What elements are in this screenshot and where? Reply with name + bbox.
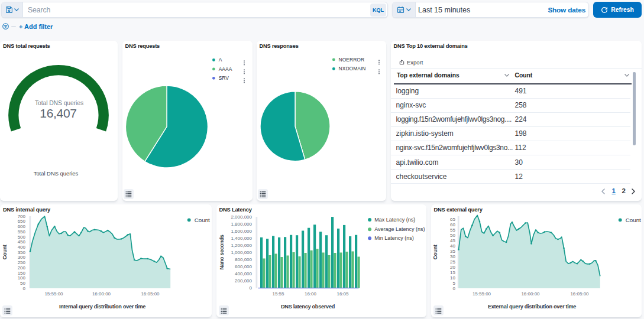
svg-text:Internal query distribution ov: Internal query distribution over time — [59, 304, 145, 310]
svg-text:External query distribution ov: External query distribution over time — [487, 304, 575, 310]
svg-text:Count: Count — [432, 245, 438, 259]
svg-text:15:55:00: 15:55:00 — [44, 291, 63, 297]
svg-text:16:00:00: 16:00:00 — [521, 291, 540, 297]
svg-text:30: 30 — [450, 254, 455, 259]
svg-text:250: 250 — [18, 260, 26, 265]
svg-text:100: 100 — [18, 275, 26, 281]
svg-text:Count: Count — [625, 217, 640, 223]
svg-text:A: A — [218, 57, 222, 63]
svg-text:150: 150 — [18, 271, 26, 276]
svg-text:SRV: SRV — [218, 75, 229, 81]
svg-text:650: 650 — [18, 219, 26, 224]
svg-text:400,000: 400,000 — [235, 271, 252, 276]
svg-text:20: 20 — [450, 265, 455, 270]
svg-text:1,400,000: 1,400,000 — [231, 236, 252, 241]
svg-text:16:05:00: 16:05:00 — [141, 291, 160, 297]
svg-text:2,000,000: 2,000,000 — [231, 214, 252, 220]
svg-text:65: 65 — [450, 217, 455, 222]
svg-text:300: 300 — [18, 255, 26, 260]
svg-text:0: 0 — [249, 285, 252, 291]
svg-text:Count: Count — [195, 217, 210, 223]
svg-text:Max Latency (ns): Max Latency (ns) — [374, 217, 415, 223]
svg-text:DNS latency observed: DNS latency observed — [280, 304, 334, 310]
svg-text:1,800,000: 1,800,000 — [231, 222, 252, 227]
svg-text:0: 0 — [452, 286, 455, 291]
svg-text:0: 0 — [23, 286, 26, 291]
svg-text:Average Latency (ns): Average Latency (ns) — [374, 226, 425, 232]
svg-text:AAAA: AAAA — [218, 66, 232, 72]
svg-text:16:05: 16:05 — [336, 291, 349, 297]
svg-text:50: 50 — [20, 281, 25, 286]
svg-text:15:55:00: 15:55:00 — [472, 291, 491, 297]
svg-text:1,000,000: 1,000,000 — [231, 250, 252, 255]
svg-text:200,000: 200,000 — [235, 278, 252, 284]
svg-text:700: 700 — [18, 214, 26, 219]
svg-text:10: 10 — [450, 275, 455, 281]
svg-text:Nano seconds: Nano seconds — [219, 235, 225, 269]
svg-text:500: 500 — [18, 235, 26, 240]
svg-text:40: 40 — [450, 243, 455, 249]
svg-text:15:55: 15:55 — [272, 291, 284, 297]
svg-text:800,000: 800,000 — [235, 257, 252, 262]
svg-text:450: 450 — [18, 239, 26, 245]
svg-text:16,407: 16,407 — [40, 106, 76, 120]
svg-text:NOERROR: NOERROR — [338, 57, 364, 63]
svg-text:16:05:00: 16:05:00 — [570, 291, 589, 297]
svg-text:Count: Count — [2, 245, 8, 259]
svg-text:Total DNS queries: Total DNS queries — [35, 100, 83, 106]
svg-text:55: 55 — [450, 227, 455, 233]
svg-text:200: 200 — [18, 265, 26, 271]
svg-text:400: 400 — [18, 245, 26, 250]
svg-text:16:00:00: 16:00:00 — [92, 291, 111, 297]
svg-text:550: 550 — [18, 229, 26, 235]
svg-text:1,200,000: 1,200,000 — [231, 243, 252, 248]
svg-text:600,000: 600,000 — [235, 264, 252, 269]
svg-text:600: 600 — [18, 224, 26, 229]
svg-text:1,600,000: 1,600,000 — [231, 229, 252, 234]
svg-text:15: 15 — [450, 270, 455, 275]
svg-text:60: 60 — [450, 222, 455, 227]
svg-text:50: 50 — [450, 233, 455, 238]
svg-text:350: 350 — [18, 250, 26, 255]
svg-text:16:00: 16:00 — [304, 291, 316, 297]
svg-text:25: 25 — [450, 259, 455, 265]
svg-text:Min Latency (ns): Min Latency (ns) — [374, 235, 414, 241]
svg-text:35: 35 — [450, 249, 455, 254]
svg-text:NXDOMAIN: NXDOMAIN — [338, 66, 365, 71]
svg-text:45: 45 — [450, 238, 455, 243]
svg-text:5: 5 — [452, 281, 455, 286]
svg-text:Total DNS queries: Total DNS queries — [34, 170, 79, 177]
